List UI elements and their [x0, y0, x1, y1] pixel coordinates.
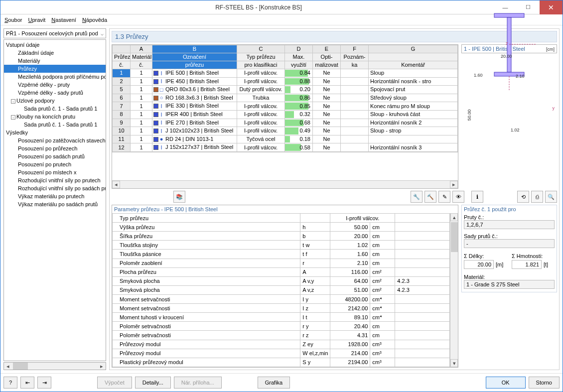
nav-tree[interactable]: Vstupní údajeZákladní údajeMateriályPrůř… — [3, 39, 106, 361]
tree-item[interactable]: -Klouby na koncích prutu — [4, 113, 106, 121]
tree-item[interactable]: Mezilehlá podpora proti příčnému pos — [4, 73, 106, 81]
close-button[interactable]: ✕ — [540, 0, 563, 14]
window-title: RF-STEEL BS - [Konstrukce BS] — [23, 4, 494, 11]
param-row[interactable]: Smyková plochaA v,z51.00cm²4.2.3 — [113, 285, 450, 294]
case-combo[interactable]: PŘ1 - Posouzení ocelových prutů pod — [3, 28, 106, 38]
material-label: Materiál: — [464, 274, 555, 280]
param-row[interactable]: Moment setrvačnostiI y48200.00cm⁴ — [113, 294, 450, 303]
param-row[interactable]: Plastický průřezový modulS y2194.00cm³ — [113, 358, 450, 367]
length-value: 20.00 — [464, 260, 494, 269]
ok-button[interactable]: OK — [486, 377, 526, 389]
table-row[interactable]: 51□ QRO 80x3.6 | British SteelDutý profi… — [113, 86, 458, 94]
titlebar: RF-STEEL BS - [Konstrukce BS] — ☐ ✕ — [0, 0, 563, 14]
attachment-button[interactable]: Nár. příloha... — [174, 377, 222, 389]
tree-item[interactable]: Průřezy — [4, 65, 106, 73]
tree-item[interactable]: Posouzení po průřezech — [4, 144, 106, 152]
tree-item[interactable]: -Uzlové podpory — [4, 97, 106, 105]
tree-item[interactable]: Rozhodující vnitřní síly po prutech — [4, 176, 106, 184]
tree-item[interactable]: Výkaz materiálu po sadách prutů — [4, 200, 106, 208]
tree-item[interactable]: Posouzení po zatěžovacích stavech — [4, 136, 106, 144]
mass-value: 1.821 — [512, 260, 542, 269]
import-button[interactable]: ⇤ — [20, 377, 34, 389]
tree-item[interactable]: Základní údaje — [4, 49, 106, 57]
menubar[interactable]: Soubor Upravit Nastavení Nápověda — [0, 14, 563, 25]
params-title: Parametry průřezu - IPE 500 | British St… — [112, 205, 458, 213]
param-row[interactable]: Poloměr setrvačnostir y20.40cm — [113, 322, 450, 331]
tree-item[interactable]: Materiály — [4, 57, 106, 65]
tree-item[interactable]: Výsledky — [4, 129, 106, 136]
tree-item[interactable]: Posouzení po sadách prutů — [4, 152, 106, 160]
tree-item[interactable]: Vstupní údaje — [4, 41, 106, 49]
help-button[interactable]: ? — [3, 377, 17, 389]
length-label: Σ Délky: — [464, 253, 507, 259]
library-button[interactable]: 📚 — [173, 191, 185, 203]
table-row[interactable]: 21I IPE 450 | British SteelI-profil válc… — [113, 77, 458, 86]
tree-item[interactable]: Sada prutů č. 1 - Sada prutů 1 — [4, 121, 106, 129]
table-tool-1[interactable]: 🔧 — [411, 191, 422, 203]
menu-settings[interactable]: Nastavení — [51, 17, 76, 23]
params-vscroll[interactable]: ▴▾ — [450, 213, 458, 367]
menu-file[interactable]: Soubor — [4, 17, 22, 23]
sets-value: - — [464, 239, 555, 248]
table-row[interactable]: 61○ RO 168.3x6.3 | British SteelTrubka0.… — [113, 94, 458, 102]
tree-item[interactable]: Posouzení po prutech — [4, 160, 106, 168]
sections-grid[interactable]: ABCDEFGPrůřezMateriálOznačeníTyp průřezu… — [112, 44, 458, 189]
table-tool-2[interactable]: 🔨 — [424, 191, 436, 203]
table-row[interactable]: 71I IPE 330 | British SteelI-profil válc… — [113, 102, 458, 111]
app-window: RF-STEEL BS - [Konstrukce BS] — ☐ ✕ Soub… — [0, 0, 563, 392]
param-row[interactable]: Průřezový modulW el,z,min214.00cm³ — [113, 349, 450, 358]
tree-hscroll[interactable]: ◂▸ — [3, 362, 106, 370]
param-row[interactable]: Šířka průřezub20.00cm — [113, 232, 450, 241]
footer: ? ⇤ ⇥ Výpočet Detaily... Nár. příloha...… — [0, 373, 563, 392]
param-row[interactable]: Smyková plochaA v,y64.00cm²4.2.3 — [113, 276, 450, 285]
info-button[interactable]: ℹ — [471, 191, 483, 203]
param-row[interactable]: Průřezový modulZ ey1928.00cm³ — [113, 340, 450, 349]
table-row[interactable]: 91I IPE 270 | British SteelI-profil válc… — [113, 119, 458, 127]
used-for-title: Průřez č. 1 použit pro — [464, 206, 555, 212]
param-row[interactable]: Tloušťka stojinyt w1.02cm — [113, 241, 450, 250]
section-preview: 1 - IPE 500 | British Steel — [461, 44, 557, 53]
export-button[interactable]: ⇥ — [37, 377, 51, 389]
table-row[interactable]: 11I IPE 500 | British SteelI-profil válc… — [113, 69, 458, 78]
tree-item[interactable]: Rozhodující vnitřní síly po sadách pr — [4, 184, 106, 192]
param-row[interactable]: Plocha průřezuA116.00cm² — [113, 267, 450, 276]
table-tool-3[interactable]: ✎ — [438, 191, 450, 203]
details-button[interactable]: Detaily... — [135, 377, 171, 389]
cancel-button[interactable]: Storno — [529, 377, 560, 389]
menu-edit[interactable]: Upravit — [28, 17, 45, 23]
menu-help[interactable]: Nápověda — [82, 17, 107, 23]
table-tool-4[interactable]: 👁 — [452, 191, 464, 203]
members-label: Pruty č.: — [464, 214, 555, 220]
param-row[interactable]: Moment setrvačnostiI z2142.00cm⁴ — [113, 304, 450, 313]
svg-rect-0 — [494, 13, 524, 17]
param-row[interactable]: Poloměr setrvačnostir z4.31cm — [113, 331, 450, 340]
table-row[interactable]: 111● RD 24 | DIN 1013-1Tyčová ocel0.18Ne — [113, 135, 458, 143]
ibeam-icon — [479, 3, 539, 93]
param-row[interactable]: Výška průřezuh50.00cm — [113, 223, 450, 232]
tree-item[interactable]: Vzpěrné délky - pruty — [4, 81, 106, 89]
calc-button[interactable]: Výpočet — [97, 377, 132, 389]
table-row[interactable]: 81I IPER 400 | British SteelI-profil vál… — [113, 110, 458, 119]
param-row[interactable]: Poloměr zaoblenír2.10cm — [113, 259, 450, 267]
view-tool-3[interactable]: 🔍 — [545, 191, 557, 203]
tree-item[interactable]: Sada prutů č. 1 - Sada prutů 1 — [4, 105, 106, 113]
material-value: 1 - Grade S 275 Steel — [464, 280, 555, 289]
tree-item[interactable]: Vzpěrné délky - sady prutů — [4, 89, 106, 97]
table-row[interactable]: 101I J 102x102x23 | British SteelI-profi… — [113, 127, 458, 135]
params-table[interactable]: Typ průřezuI-profil válcov.Výška průřezu… — [112, 213, 450, 367]
table-row[interactable]: 121I J 152x127x37 | British SteelI-profi… — [113, 143, 458, 152]
members-value: 1,2,6,7 — [464, 220, 555, 229]
params-panel: Parametry průřezu - IPE 500 | British St… — [112, 205, 458, 368]
graphics-button[interactable]: Grafika — [258, 377, 290, 389]
view-tool-1[interactable]: ⟲ — [517, 191, 529, 203]
grid-hscroll[interactable]: ◂▸ — [112, 180, 458, 188]
param-row[interactable]: Tloušťka pásnicet f1.60cm — [113, 250, 450, 259]
param-row[interactable]: Typ průřezuI-profil válcov. — [113, 214, 450, 223]
param-row[interactable]: Moment tuhosti v krouceníI t89.10cm⁴ — [113, 313, 450, 322]
tree-item[interactable]: Posouzení po místech x — [4, 168, 106, 176]
sets-label: Sady prutů č.: — [464, 233, 555, 239]
tree-item[interactable]: Výkaz materiálu po prutech — [4, 192, 106, 200]
mass-label: Σ Hmotnosti: — [512, 253, 555, 259]
view-tool-2[interactable]: ⎙ — [531, 191, 543, 203]
